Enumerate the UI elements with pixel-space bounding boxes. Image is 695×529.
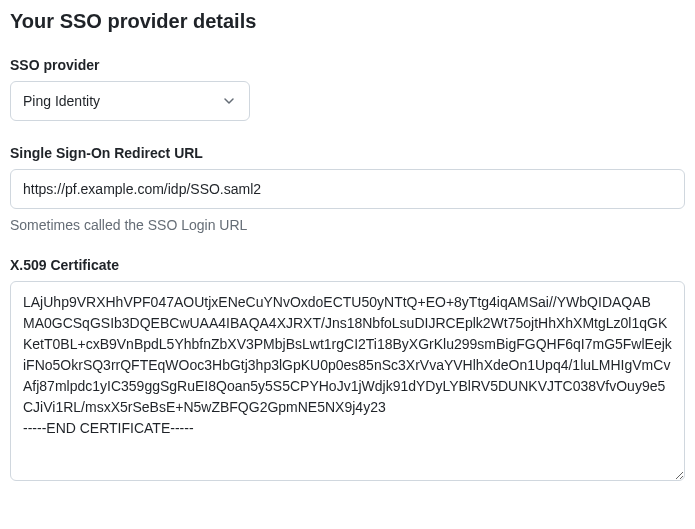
sso-provider-select-wrap: Ping Identity xyxy=(10,81,250,121)
sso-provider-select[interactable]: Ping Identity xyxy=(10,81,250,121)
sso-provider-selected-value: Ping Identity xyxy=(23,93,100,109)
redirect-url-helper: Sometimes called the SSO Login URL xyxy=(10,217,685,233)
certificate-label: X.509 Certificate xyxy=(10,257,685,273)
chevron-down-icon xyxy=(221,93,237,109)
sso-provider-field: SSO provider Ping Identity xyxy=(10,57,685,121)
certificate-textarea[interactable]: LAjUhp9VRXHhVPF047AOUtjxENeCuYNvOxdoECTU… xyxy=(10,281,685,481)
redirect-url-label: Single Sign-On Redirect URL xyxy=(10,145,685,161)
certificate-textarea-wrap: LAjUhp9VRXHhVPF047AOUtjxENeCuYNvOxdoECTU… xyxy=(10,281,685,485)
sso-provider-label: SSO provider xyxy=(10,57,685,73)
redirect-url-field: Single Sign-On Redirect URL Sometimes ca… xyxy=(10,145,685,233)
redirect-url-input[interactable] xyxy=(10,169,685,209)
page-title: Your SSO provider details xyxy=(10,10,685,33)
certificate-field: X.509 Certificate LAjUhp9VRXHhVPF047AOUt… xyxy=(10,257,685,485)
